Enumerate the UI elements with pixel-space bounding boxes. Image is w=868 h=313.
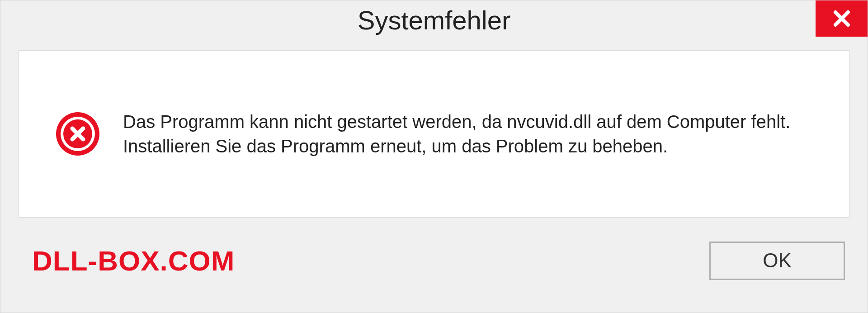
- ok-button-label: OK: [763, 249, 792, 272]
- error-icon: [55, 111, 100, 156]
- watermark-text: DLL-BOX.COM: [32, 245, 235, 277]
- titlebar: Systemfehler: [0, 0, 868, 46]
- close-button[interactable]: [816, 0, 868, 37]
- error-dialog: Systemfehler Das Programm kann nicht ges…: [0, 0, 868, 313]
- footer: DLL-BOX.COM OK: [0, 231, 868, 290]
- content-box: Das Programm kann nicht gestartet werden…: [19, 50, 849, 218]
- ok-button[interactable]: OK: [709, 242, 845, 280]
- dialog-title: Systemfehler: [358, 5, 510, 35]
- close-icon: [831, 8, 853, 29]
- error-message: Das Programm kann nicht gestartet werden…: [123, 109, 813, 158]
